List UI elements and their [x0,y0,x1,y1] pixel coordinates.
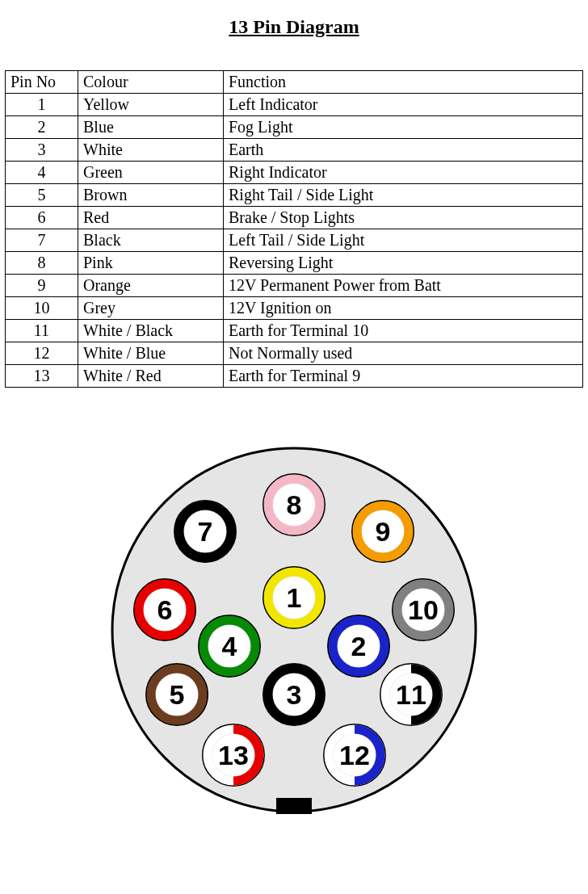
pin-13: 13 [203,724,264,786]
pin-label: 7 [198,516,213,547]
cell-pin-no: 8 [6,252,78,275]
pin-11: 11 [380,664,442,725]
pin-label: 10 [408,594,439,625]
cell-function: Earth for Terminal 9 [224,365,583,388]
table-row: 2BlueFog Light [6,116,583,139]
pin-10: 10 [393,579,454,640]
cell-colour: Green [78,162,224,184]
cell-function: Right Tail / Side Light [224,184,583,207]
table-row: 1YellowLeft Indicator [6,94,583,116]
cell-function: Fog Light [224,116,583,139]
cell-pin-no: 11 [6,320,78,342]
header-pin: Pin No [6,71,78,94]
pin-label: 6 [158,594,173,625]
pin-label: 2 [351,631,367,661]
pin-label: 1 [287,582,302,613]
pin-label: 4 [222,631,237,661]
cell-pin-no: 3 [6,139,78,162]
page: 13 Pin Diagram Pin No Colour Function 1Y… [0,0,588,894]
cell-function: Reversing Light [224,252,583,275]
cell-colour: Red [78,207,224,229]
pin-label: 8 [287,489,302,520]
cell-function: Left Indicator [224,94,583,116]
connector-diagram: 12345678910111213 [100,436,488,824]
cell-colour: White / Black [78,320,224,342]
cell-colour: Grey [78,297,224,320]
cell-pin-no: 4 [6,162,78,184]
table-row: 8PinkReversing Light [6,252,583,275]
cell-pin-no: 10 [6,297,78,320]
cell-pin-no: 12 [6,342,78,365]
pin-9: 9 [352,501,414,562]
table-row: 7BlackLeft Tail / Side Light [6,229,583,252]
cell-function: Earth for Terminal 10 [224,320,583,342]
pin-table: Pin No Colour Function 1YellowLeft Indic… [5,70,583,388]
table-header-row: Pin No Colour Function [6,71,583,94]
cell-colour: Pink [78,252,224,275]
cell-colour: Orange [78,275,224,297]
table-row: 6RedBrake / Stop Lights [6,207,583,229]
table-row: 10Grey12V Ignition on [6,297,583,320]
table-row: 5BrownRight Tail / Side Light [6,184,583,207]
table-row: 3WhiteEarth [6,139,583,162]
pin-label: 3 [287,679,302,710]
connector-diagram-wrap: 12345678910111213 [0,436,588,824]
pin-label: 13 [218,740,249,770]
pin-3: 3 [263,664,325,725]
cell-pin-no: 1 [6,94,78,116]
cell-function: 12V Ignition on [224,297,583,320]
pin-1: 1 [263,567,325,628]
connector-notch [276,798,312,814]
pin-7: 7 [174,501,236,562]
pin-label: 11 [396,679,426,710]
cell-colour: Black [78,229,224,252]
cell-pin-no: 9 [6,275,78,297]
table-row: 4GreenRight Indicator [6,162,583,184]
cell-pin-no: 13 [6,365,78,388]
cell-function: Earth [224,139,583,162]
table-row: 9Orange12V Permanent Power from Batt [6,275,583,297]
cell-function: 12V Permanent Power from Batt [224,275,583,297]
pin-label: 5 [170,679,185,710]
cell-colour: White / Blue [78,342,224,365]
cell-colour: White [78,139,224,162]
cell-pin-no: 5 [6,184,78,207]
header-func: Function [224,71,583,94]
cell-function: Right Indicator [224,162,583,184]
cell-pin-no: 2 [6,116,78,139]
cell-colour: Yellow [78,94,224,116]
pin-label: 9 [376,516,391,547]
pin-6: 6 [134,579,195,640]
cell-colour: Blue [78,116,224,139]
pin-label: 12 [339,740,370,770]
pin-12: 12 [324,724,385,786]
cell-function: Not Normally used [224,342,583,365]
table-row: 12White / BlueNot Normally used [6,342,583,365]
cell-pin-no: 6 [6,207,78,229]
table-row: 13White / RedEarth for Terminal 9 [6,365,583,388]
cell-colour: Brown [78,184,224,207]
cell-pin-no: 7 [6,229,78,252]
cell-function: Left Tail / Side Light [224,229,583,252]
page-title: 13 Pin Diagram [0,16,588,38]
cell-function: Brake / Stop Lights [224,207,583,229]
header-colour: Colour [78,71,224,94]
pin-5: 5 [146,664,208,725]
cell-colour: White / Red [78,365,224,388]
table-row: 11White / BlackEarth for Terminal 10 [6,320,583,342]
pin-2: 2 [328,615,389,677]
pin-8: 8 [263,474,325,535]
pin-4: 4 [199,615,260,677]
